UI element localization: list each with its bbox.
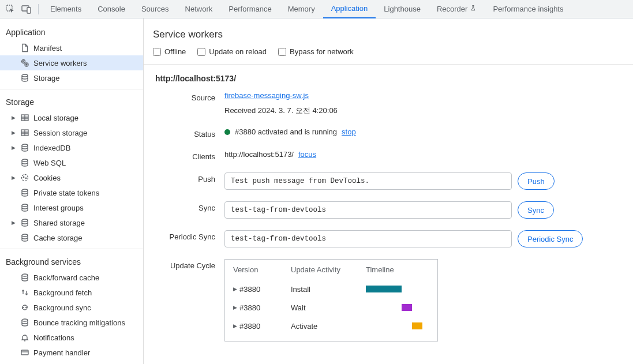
database-icon: [20, 272, 30, 283]
sidebar-item-cookies[interactable]: ▶Cookies: [0, 170, 143, 185]
sidebar-item-label: Cache storage: [33, 234, 83, 242]
status-dot-icon: [224, 129, 230, 135]
sidebar-item-manifest[interactable]: Manifest: [0, 40, 143, 55]
sidebar-item-background-fetch[interactable]: Background fetch: [0, 285, 143, 300]
sidebar-item-notifications[interactable]: Notifications: [0, 330, 143, 345]
cycle-activity: Activate: [291, 322, 349, 331]
client-url: http://localhost:5173/: [224, 150, 294, 159]
tab-application[interactable]: Application: [323, 0, 376, 18]
sidebar-item-label: Local storage: [33, 114, 78, 122]
timeline-bar-install: [366, 286, 402, 292]
sidebar-item-indexeddb[interactable]: ▶IndexedDB: [0, 140, 143, 155]
inspect-icon[interactable]: [2, 1, 18, 17]
expand-arrow-icon[interactable]: ▶: [233, 323, 237, 329]
divider: [0, 89, 143, 89]
label-update-cycle: Update Cycle: [144, 259, 224, 270]
sidebar-item-session-storage[interactable]: ▶Session storage: [0, 125, 143, 140]
svg-point-19: [22, 274, 28, 276]
cycle-version: #3880: [239, 303, 260, 312]
svg-point-5: [23, 61, 24, 62]
label-sync: Sync: [144, 201, 224, 212]
source-file-link[interactable]: firebase-messaging-sw.js: [224, 91, 620, 100]
database-icon: [20, 202, 30, 213]
tab-lighthouse[interactable]: Lighthouse: [376, 0, 429, 18]
sidebar-item-service-workers[interactable]: Service workers: [0, 55, 143, 70]
focus-link[interactable]: focus: [298, 150, 316, 159]
svg-point-20: [22, 319, 28, 321]
label-periodic-sync: Periodic Sync: [144, 230, 224, 241]
tab-recorder[interactable]: Recorder: [429, 0, 485, 18]
table-icon: [20, 127, 30, 138]
svg-point-4: [25, 63, 28, 66]
tab-elements[interactable]: Elements: [42, 0, 89, 18]
offline-checkbox[interactable]: Offline: [153, 47, 186, 56]
bypass-for-network-checkbox[interactable]: Bypass for network: [278, 47, 354, 56]
periodic-sync-button[interactable]: Periodic Sync: [518, 230, 583, 247]
tab-performance-insights[interactable]: Performance insights: [485, 0, 571, 18]
sidebar-item-web-sql[interactable]: Web SQL: [0, 155, 143, 170]
sidebar-item-label: Notifications: [33, 333, 74, 342]
cycle-row: ▶ #3880Activate: [233, 317, 429, 335]
expand-arrow-icon[interactable]: ▶: [10, 115, 16, 121]
sidebar-item-label: Private state tokens: [33, 189, 99, 197]
sidebar-item-private-state-tokens[interactable]: Private state tokens: [0, 185, 143, 200]
sidebar-item-label: Background sync: [33, 303, 91, 312]
tab-memory[interactable]: Memory: [280, 0, 323, 18]
devtools-tabbar: ElementsConsoleSourcesNetworkPerformance…: [0, 0, 633, 18]
sidebar-item-label: Shared storage: [33, 219, 85, 227]
expand-arrow-icon[interactable]: ▶: [10, 220, 16, 226]
database-icon: [20, 142, 30, 153]
sidebar-item-cache-storage[interactable]: Cache storage: [0, 230, 143, 245]
cycle-row: ▶ #3880Install: [233, 280, 429, 298]
application-sidebar: Application ManifestService workersStora…: [0, 18, 144, 364]
tab-performance[interactable]: Performance: [220, 0, 279, 18]
sync-button[interactable]: Sync: [518, 201, 554, 219]
expand-arrow-icon[interactable]: ▶: [233, 305, 237, 310]
gears-icon: [20, 58, 30, 68]
cycle-version: #3880: [239, 285, 260, 294]
sidebar-item-bounce-tracking-mitigations[interactable]: Bounce tracking mitigations: [0, 315, 143, 330]
svg-point-18: [22, 234, 28, 237]
push-input[interactable]: [224, 172, 512, 190]
col-timeline: Timeline: [366, 265, 394, 274]
expand-arrow-icon[interactable]: ▶: [10, 175, 16, 181]
stop-link[interactable]: stop: [342, 127, 356, 136]
svg-point-7: [22, 74, 28, 77]
periodic-sync-input[interactable]: [224, 230, 512, 247]
svg-point-14: [25, 178, 27, 179]
svg-point-17: [22, 219, 28, 222]
database-icon: [20, 157, 30, 168]
sidebar-item-local-storage[interactable]: ▶Local storage: [0, 110, 143, 125]
section-background: Background services: [0, 253, 143, 270]
section-storage: Storage: [0, 93, 143, 110]
sync-icon: [20, 302, 30, 313]
sidebar-item-back-forward-cache[interactable]: Back/forward cache: [0, 270, 143, 285]
sidebar-item-shared-storage[interactable]: ▶Shared storage: [0, 215, 143, 230]
expand-arrow-icon[interactable]: ▶: [10, 145, 16, 151]
push-button[interactable]: Push: [518, 172, 555, 190]
svg-point-16: [22, 204, 28, 207]
svg-point-6: [26, 64, 27, 65]
update-on-reload-checkbox[interactable]: Update on reload: [197, 47, 267, 56]
sidebar-item-label: Session storage: [33, 129, 87, 137]
card-icon: [20, 347, 30, 358]
sidebar-item-label: Storage: [33, 74, 60, 82]
tab-network[interactable]: Network: [177, 0, 221, 18]
status-text: #3880 activated and is running: [235, 127, 337, 136]
database-icon: [20, 187, 30, 198]
sync-input[interactable]: [224, 201, 512, 219]
sidebar-item-label: IndexedDB: [33, 144, 70, 152]
sidebar-item-interest-groups[interactable]: Interest groups: [0, 200, 143, 215]
expand-arrow-icon[interactable]: ▶: [10, 130, 16, 136]
svg-point-12: [22, 175, 28, 181]
device-toolbar-icon[interactable]: [18, 1, 35, 17]
separator: [38, 4, 39, 14]
sidebar-item-storage[interactable]: Storage: [0, 70, 143, 85]
timeline-bar-wait: [402, 304, 412, 311]
svg-rect-2: [27, 7, 31, 13]
expand-arrow-icon[interactable]: ▶: [233, 286, 237, 292]
sidebar-item-payment-handler[interactable]: Payment handler: [0, 345, 143, 360]
tab-sources[interactable]: Sources: [133, 0, 177, 18]
tab-console[interactable]: Console: [89, 0, 133, 18]
sidebar-item-background-sync[interactable]: Background sync: [0, 300, 143, 315]
